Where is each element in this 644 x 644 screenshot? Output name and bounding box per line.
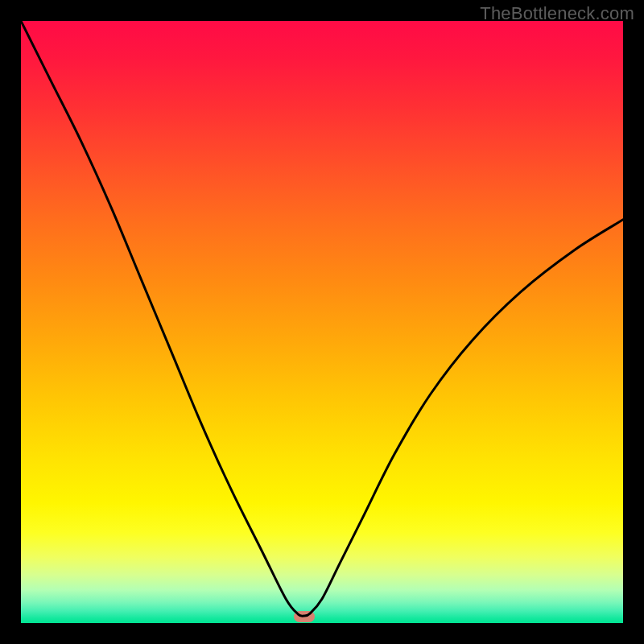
watermark-text: TheBottleneck.com — [480, 3, 634, 24]
plot-area — [21, 21, 623, 623]
bottleneck-curve — [21, 21, 623, 623]
chart-frame: TheBottleneck.com — [0, 0, 644, 644]
curve-path — [21, 21, 623, 616]
